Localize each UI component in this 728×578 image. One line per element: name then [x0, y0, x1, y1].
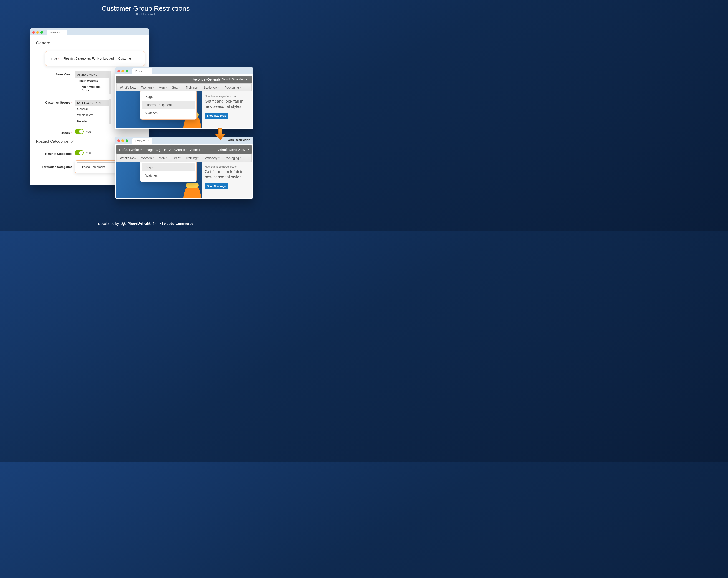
gear-dropdown[interactable]: Bags Watches — [140, 162, 197, 182]
header-bar: Veronica (General), Default Store View ▾ — [116, 76, 252, 83]
nav-item[interactable]: Stationery▾ — [202, 156, 222, 160]
dropdown-item[interactable]: Bags — [142, 93, 194, 101]
footer: Developed by MageDelight for Adobe Comme… — [0, 221, 291, 226]
developed-by: Developed by — [98, 222, 119, 226]
welcome-msg: Default welcome msg! — [119, 148, 153, 152]
nav-item[interactable]: Men▾ — [157, 86, 168, 89]
forbidden-category-chip[interactable]: Fitness Equipment × — [78, 164, 110, 170]
maximize-icon[interactable] — [126, 140, 128, 142]
close-icon[interactable] — [32, 31, 35, 34]
browser-tab-frontend[interactable]: Frontend × — [132, 138, 152, 144]
browser-tab-backend[interactable]: Backend × — [47, 30, 67, 35]
create-account-link[interactable]: Create an Account — [175, 148, 203, 152]
nav-item[interactable]: What's New — [118, 156, 138, 160]
promo-cta-button[interactable]: Shop New Yoga — [205, 112, 228, 119]
store-name: Default Store View — [217, 148, 245, 152]
promo-cta-button[interactable]: Shop New Yoga — [205, 183, 228, 189]
adobe-commerce-logo: Adobe Commerce — [159, 222, 193, 226]
nav-item[interactable]: Women▾ — [139, 86, 156, 89]
minimize-icon[interactable] — [122, 140, 124, 142]
hero-title: Customer Group Restrictions — [0, 4, 291, 12]
frontend-window-before: Frontend × Veronica (General), Default S… — [115, 67, 254, 129]
dropdown-item[interactable]: Fitness Equipment — [142, 101, 194, 109]
highlight-title: Title * — [45, 51, 145, 66]
edit-icon[interactable] — [71, 140, 74, 144]
status-toggle[interactable] — [75, 129, 84, 134]
group-option[interactable]: Retailer — [75, 118, 111, 124]
restrict-toggle[interactable] — [75, 150, 84, 155]
arrow-icon — [214, 128, 227, 141]
nav-item[interactable]: Men▾ — [157, 156, 168, 160]
nav-item[interactable]: Packaging▾ — [223, 86, 243, 89]
chevron-down-icon: ▾ — [246, 78, 247, 81]
main-nav: What's New Women▾ Men▾ Gear▾ Training▾ S… — [116, 83, 252, 92]
nav-item[interactable]: Training▾ — [184, 86, 201, 89]
chevron-down-icon: ▾ — [153, 157, 154, 159]
magedelight-icon — [121, 221, 126, 226]
store-option[interactable]: Main Website Store — [75, 84, 111, 93]
label-restrict-categories: Restrict Categories — [36, 150, 75, 155]
promo-eyebrow: New Luma Yoga Collection — [205, 95, 249, 98]
close-tab-icon[interactable]: × — [62, 31, 64, 34]
store-switcher[interactable]: Default Store View ▾ — [217, 148, 249, 152]
user-name: Veronica (General), — [193, 78, 220, 81]
promo-panel: New Luma Yoga Collection Get fit and loo… — [202, 162, 252, 198]
chevron-down-icon: ▾ — [198, 86, 199, 89]
nav-item[interactable]: Packaging▾ — [223, 156, 243, 160]
remove-chip-icon[interactable]: × — [107, 165, 108, 169]
customer-group-select[interactable]: NOT LOGGED IN General Wholesalers Retail… — [75, 99, 111, 124]
traffic-lights[interactable] — [32, 31, 43, 34]
close-tab-icon[interactable]: × — [148, 139, 149, 143]
nav-item[interactable]: Gear▾ — [170, 156, 182, 160]
store-switcher[interactable]: Veronica (General), Default Store View ▾ — [191, 76, 249, 82]
label-title: Title * — [49, 57, 61, 60]
dropdown-item[interactable]: Watches — [142, 171, 194, 179]
close-icon[interactable] — [118, 140, 120, 142]
store-name: Default Store View — [222, 78, 244, 81]
label-store-view: Store View * — [36, 71, 75, 76]
maximize-icon[interactable] — [126, 70, 128, 72]
promo-headline: Get fit and look fab in new seasonal sty… — [205, 99, 249, 109]
chevron-down-icon: ▾ — [198, 157, 199, 159]
nav-item[interactable]: Women▾ — [139, 156, 156, 160]
forbidden-chipbox[interactable]: Fitness Equipment × — [77, 162, 116, 171]
label-status: Status * — [36, 129, 75, 134]
group-option[interactable]: Wholesalers — [75, 112, 111, 118]
traffic-lights[interactable] — [118, 70, 128, 72]
adobe-icon — [159, 222, 163, 225]
dropdown-item[interactable]: Watches — [142, 109, 194, 117]
traffic-lights[interactable] — [118, 140, 128, 142]
store-option[interactable]: Main Website — [75, 78, 111, 84]
signin-link[interactable]: Sign In — [156, 148, 166, 152]
window-tab-bar: Frontend × With Restriction — [115, 136, 254, 144]
gear-dropdown[interactable]: Bags Fitness Equipment Watches — [140, 92, 197, 120]
store-view-select[interactable]: All Store Views Main Website Main Websit… — [75, 71, 111, 94]
store-option[interactable]: All Store Views — [75, 72, 111, 78]
browser-tab-frontend[interactable]: Frontend × — [132, 68, 152, 74]
chevron-down-icon: ▾ — [240, 157, 241, 159]
section-general: General — [36, 41, 142, 46]
chevron-down-icon: ▾ — [180, 86, 181, 89]
nav-item[interactable]: Stationery▾ — [202, 86, 222, 89]
tab-label: Backend — [50, 31, 60, 34]
group-option[interactable]: NOT LOGGED IN — [75, 100, 111, 106]
restrict-value: Yes — [86, 151, 91, 154]
frontend-window-after: Frontend × With Restriction Default welc… — [115, 136, 254, 199]
dropdown-item[interactable]: Bags — [142, 163, 194, 171]
nav-item[interactable]: Gear▾ — [170, 86, 182, 89]
chevron-down-icon: ▾ — [248, 148, 249, 151]
group-option[interactable]: General — [75, 106, 111, 112]
header-bar: Default welcome msg! Sign In or Create a… — [116, 145, 252, 154]
nav-item[interactable]: What's New — [118, 86, 138, 89]
window-tab-bar: Frontend × — [115, 67, 254, 74]
minimize-icon[interactable] — [122, 70, 124, 72]
title-input[interactable] — [61, 55, 141, 62]
chevron-down-icon: ▾ — [153, 86, 154, 89]
with-restriction-badge: With Restriction — [228, 139, 250, 142]
label-customer-groups: Customer Groups * — [36, 99, 75, 104]
nav-item[interactable]: Training▾ — [184, 156, 201, 160]
close-tab-icon[interactable]: × — [148, 70, 149, 73]
minimize-icon[interactable] — [36, 31, 39, 34]
maximize-icon[interactable] — [41, 31, 43, 34]
close-icon[interactable] — [118, 70, 120, 72]
